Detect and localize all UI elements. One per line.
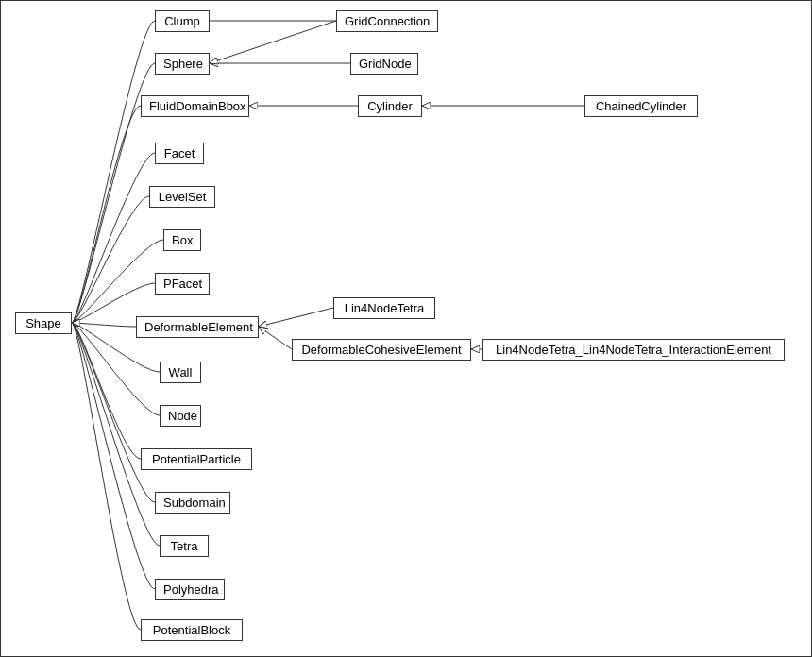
- node-sphere: Sphere: [155, 53, 210, 75]
- node-lin4nodetetra_interaction: Lin4NodeTetra_Lin4NodeTetra_InteractionE…: [482, 339, 785, 361]
- node-shape: Shape: [15, 312, 72, 334]
- node-wall: Wall: [160, 362, 201, 383]
- node-lin4nodetetra: Lin4NodeTetra: [333, 297, 435, 319]
- node-box: Box: [163, 229, 201, 251]
- node-potentialblock: PotentialBlock: [141, 619, 243, 641]
- node-deformableelement: DeformableElement: [136, 316, 259, 338]
- node-pfacet: PFacet: [155, 273, 210, 295]
- node-subdomain: Subdomain: [155, 492, 230, 514]
- node-chainedcylinder: ChainedCylinder: [584, 95, 698, 117]
- node-facet: Facet: [155, 143, 204, 164]
- node-fluiddomain: FluidDomainBbox: [141, 95, 249, 117]
- node-tetra: Tetra: [160, 535, 209, 557]
- node-gridnode: GridNode: [350, 53, 418, 75]
- node-potentialparticle: PotentialParticle: [141, 448, 252, 470]
- node-gridconnection: GridConnection: [336, 10, 438, 32]
- node-deformablecohesiveelement: DeformableCohesiveElement: [292, 339, 471, 361]
- node-node: Node: [160, 405, 201, 427]
- node-polyhedra: Polyhedra: [155, 579, 225, 600]
- node-levelset: LevelSet: [149, 186, 215, 208]
- node-clump: Clump: [155, 10, 210, 32]
- node-cylinder: Cylinder: [358, 95, 422, 117]
- diagram-container: ShapeClumpSphereFluidDomainBboxFacetLeve…: [0, 0, 812, 657]
